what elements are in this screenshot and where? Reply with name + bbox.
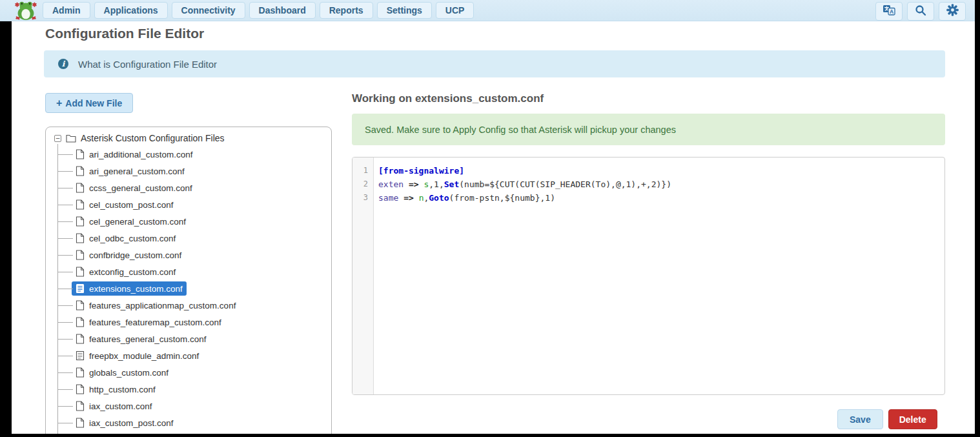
add-new-file-button[interactable]: + Add New File	[45, 93, 133, 113]
info-banner-text: What is Configuration File Editor	[78, 59, 217, 70]
file-icon	[76, 250, 85, 260]
tree-item[interactable]: freepbx_module_admin.conf	[46, 347, 331, 364]
top-navbar: AdminApplicationsConnectivityDashboardRe…	[0, 0, 975, 21]
file-icon	[76, 149, 85, 159]
working-on-heading: Working on extensions_custom.conf	[352, 92, 544, 105]
editor-gutter: 123	[352, 158, 374, 394]
line-number: 3	[352, 191, 373, 205]
collapse-toggle-icon[interactable]	[54, 135, 61, 142]
tree-item[interactable]: features_featuremap_custom.conf	[46, 314, 331, 330]
file-icon	[76, 199, 85, 210]
plus-icon: +	[56, 97, 62, 109]
freepbx-frog-logo-icon[interactable]	[14, 1, 37, 21]
search-icon	[915, 5, 926, 19]
svg-text:A: A	[890, 8, 893, 15]
nav-item-reports[interactable]: Reports	[320, 2, 373, 19]
file-icon	[76, 384, 85, 394]
file-icon	[76, 334, 85, 344]
tree-item-label: ari_general_custom.conf	[89, 167, 185, 176]
tree-item-label: ccss_general_custom.conf	[89, 183, 192, 193]
tree-item[interactable]: confbridge_custom.conf	[46, 247, 331, 263]
settings-button[interactable]	[939, 2, 966, 21]
tree-item[interactable]: cel_general_custom.conf	[46, 213, 331, 230]
info-icon: i	[58, 59, 68, 69]
search-button[interactable]	[907, 2, 934, 21]
tree-item[interactable]: ari_additional_custom.conf	[46, 146, 331, 163]
tree-item-label: confbridge_custom.conf	[89, 250, 181, 260]
file-icon	[76, 300, 85, 310]
info-banner[interactable]: i What is Configuration File Editor	[44, 50, 945, 77]
tree-item[interactable]: iax_custom_post.conf	[46, 414, 331, 431]
tree-item-label: cel_custom_post.conf	[89, 200, 174, 210]
tree-item-label: ari_additional_custom.conf	[89, 150, 193, 159]
file-icon	[76, 166, 85, 176]
file-icon	[76, 401, 85, 411]
tree-item[interactable]: cel_odbc_custom.conf	[46, 230, 331, 247]
tree-item[interactable]: ari_general_custom.conf	[46, 163, 331, 179]
file-tree-panel: Asterisk Custom Configuration Files ari_…	[45, 127, 332, 434]
tree-item[interactable]	[46, 431, 331, 434]
save-button[interactable]: Save	[837, 409, 883, 429]
nav-tools: A	[875, 2, 966, 21]
tree-item-label: features_general_custom.conf	[89, 334, 207, 344]
file-text-icon	[76, 351, 85, 361]
file-icon	[76, 367, 85, 378]
code-line: exten => s,1,Set(numb=${CUT(CUT(SIP_HEAD…	[378, 178, 944, 191]
tree-item[interactable]: cel_custom_post.conf	[46, 196, 331, 213]
nav-item-admin[interactable]: Admin	[43, 2, 90, 19]
nav-item-ucp[interactable]: UCP	[436, 2, 475, 19]
tree-item[interactable]: features_applicationmap_custom.conf	[46, 297, 331, 314]
file-tree-items: ari_additional_custom.confari_general_cu…	[46, 146, 331, 434]
file-icon	[76, 267, 85, 277]
tree-root-label: Asterisk Custom Configuration Files	[81, 133, 225, 143]
tree-item-label: features_featuremap_custom.conf	[89, 318, 221, 327]
folder-icon	[66, 134, 76, 143]
config-file-editor[interactable]: 123 [from-signalwire]exten => s,1,Set(nu…	[352, 157, 945, 395]
language-icon: A	[883, 5, 895, 18]
success-alert-text: Saved. Make sure to Apply Config so that…	[365, 125, 676, 135]
page-title: Configuration File Editor	[45, 26, 204, 41]
tree-item[interactable]: extconfig_custom.conf	[46, 263, 331, 280]
tree-item-label: cel_general_custom.conf	[89, 217, 186, 227]
nav-item-applications[interactable]: Applications	[94, 2, 168, 19]
code-lines[interactable]: [from-signalwire]exten => s,1,Set(numb=$…	[374, 158, 944, 205]
tree-item-label: http_custom.conf	[89, 385, 156, 394]
nav-item-dashboard[interactable]: Dashboard	[249, 2, 316, 19]
tree-item-label: iax_custom_post.conf	[89, 418, 174, 428]
add-new-file-label: Add New File	[65, 98, 122, 108]
code-line: [from-signalwire]	[378, 164, 944, 178]
success-alert: Saved. Make sure to Apply Config so that…	[352, 114, 945, 145]
tree-item[interactable]: globals_custom.conf	[46, 364, 331, 381]
code-line: same => n,Goto(from-pstn,${numb},1)	[378, 191, 944, 205]
tree-root[interactable]: Asterisk Custom Configuration Files	[46, 130, 331, 146]
nav-item-settings[interactable]: Settings	[377, 2, 432, 19]
nav-menu: AdminApplicationsConnectivityDashboardRe…	[43, 2, 474, 19]
line-number: 1	[352, 164, 373, 178]
language-button[interactable]: A	[875, 2, 903, 21]
tree-item[interactable]: iax_custom.conf	[46, 398, 331, 414]
tree-item-label: features_applicationmap_custom.conf	[89, 301, 236, 310]
file-icon	[76, 183, 85, 193]
file-icon	[76, 418, 85, 428]
tree-item[interactable]: extensions_custom.conf	[46, 280, 331, 297]
tree-item-label: globals_custom.conf	[89, 368, 168, 378]
tree-item-label: extensions_custom.conf	[89, 284, 183, 294]
nav-item-connectivity[interactable]: Connectivity	[172, 2, 245, 19]
editor-actions: Save Delete	[837, 409, 937, 429]
tree-item-label: extconfig_custom.conf	[89, 267, 176, 277]
content-area: Configuration File Editor i What is Conf…	[12, 21, 975, 434]
tree-item-label: cel_odbc_custom.conf	[89, 234, 176, 243]
line-number: 2	[352, 178, 373, 191]
tree-item[interactable]: ccss_general_custom.conf	[46, 179, 331, 196]
file-text-icon	[76, 283, 85, 294]
tree-item[interactable]: http_custom.conf	[46, 381, 331, 398]
delete-button[interactable]: Delete	[888, 409, 937, 429]
file-icon	[76, 216, 85, 227]
tree-item-label: iax_custom.conf	[89, 401, 152, 411]
tree-item-label: freepbx_module_admin.conf	[89, 351, 199, 361]
tree-item[interactable]: features_general_custom.conf	[46, 330, 331, 347]
file-icon	[76, 233, 85, 243]
file-icon	[76, 317, 85, 327]
gear-icon	[946, 4, 959, 19]
